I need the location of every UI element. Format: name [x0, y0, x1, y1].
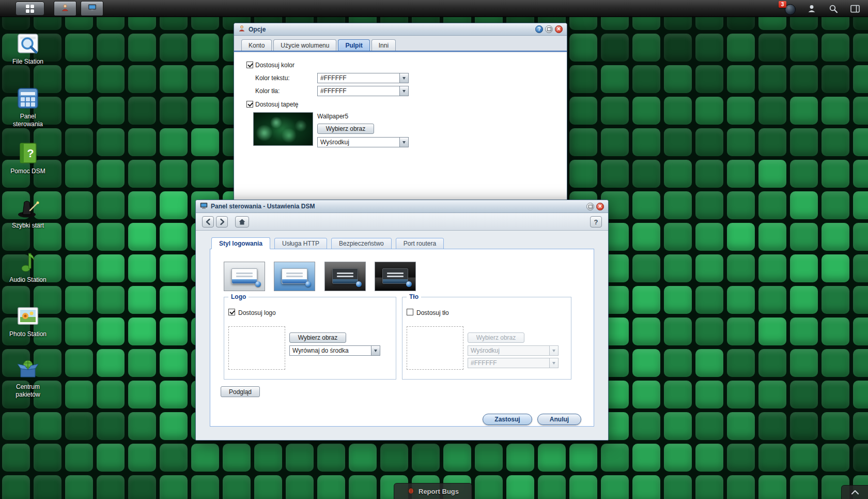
customize-wallpaper-label: Dostosuj tapetę [255, 99, 298, 110]
wallpaper-tile [727, 128, 755, 156]
wallpaper-tile [97, 475, 125, 499]
background-position-dropdown[interactable]: Wyśrodkuj [468, 345, 559, 356]
wallpaper-tile [664, 349, 692, 377]
select-background-image-button[interactable]: Wybierz obraz [468, 332, 524, 343]
tab-styl-logowania[interactable]: Styl logowania [211, 237, 270, 249]
desktop-icon-dsm-help[interactable]: ? Pomoc DSM [4, 141, 52, 175]
window-minimize-button[interactable] [586, 203, 594, 210]
desktop-icon-audio-station[interactable]: Audio Station [4, 249, 52, 284]
wallpaper-tile [506, 444, 534, 472]
user-menu-button[interactable] [805, 2, 818, 16]
login-style-option-4[interactable] [375, 262, 416, 291]
customize-background-checkbox[interactable] [407, 309, 413, 315]
tab-usluga-http[interactable]: Usługa HTTP [274, 238, 327, 249]
desktop-icon-control-panel[interactable]: Panel sterowania [4, 86, 52, 128]
preview-button[interactable]: Podgląd [221, 386, 260, 397]
login-style-option-1[interactable] [224, 262, 265, 291]
control-panel-window: Panel sterowania - Ustawienia DSM Styl l… [195, 200, 609, 441]
wallpaper-tile [601, 444, 629, 472]
tray-collapse-button[interactable] [841, 485, 868, 499]
wallpaper-tile [758, 97, 786, 125]
customize-wallpaper-checkbox[interactable] [246, 101, 253, 108]
options-window-titlebar[interactable]: Opcje [234, 23, 567, 36]
login-style-option-3[interactable] [324, 262, 366, 291]
wallpaper-tile [664, 381, 692, 409]
back-button[interactable] [202, 216, 214, 228]
window-close-button[interactable] [555, 25, 563, 33]
widgets-button[interactable] [848, 2, 862, 16]
wallpaper-tile [601, 34, 629, 62]
wallpaper-tile [853, 317, 868, 345]
wallpaper-tile [223, 444, 251, 472]
wallpaper-tile [790, 381, 818, 409]
taskbar-app-options-button[interactable] [54, 1, 76, 16]
window-close-button[interactable] [596, 203, 604, 210]
login-dialog-preview [382, 268, 408, 284]
wallpaper-position-dropdown[interactable]: Wyśrodkuj [317, 137, 409, 147]
text-color-dropdown[interactable]: #FFFFFF [317, 73, 409, 83]
cancel-button[interactable]: Anuluj [537, 414, 581, 425]
desktop-icon-file-station[interactable]: File Station [4, 31, 52, 66]
tab-pulpit[interactable]: Pulpit [338, 39, 369, 51]
home-button[interactable] [235, 216, 249, 228]
wallpaper-tile [727, 349, 755, 377]
wallpaper-tile [191, 128, 219, 156]
wallpaper-tile [254, 475, 282, 499]
wallpaper-tile [128, 381, 156, 409]
background-color-dropdown[interactable]: #FFFFFF [317, 86, 409, 96]
toolbar-help-button[interactable] [590, 216, 602, 228]
wallpaper-tile [191, 475, 219, 499]
wallpaper-tile [160, 191, 188, 219]
control-panel-titlebar[interactable]: Panel sterowania - Ustawienia DSM [196, 200, 608, 213]
wallpaper-tile [160, 286, 188, 314]
wallpaper-tile [97, 65, 125, 93]
wallpaper-tile [853, 97, 868, 125]
wallpaper-tile [65, 317, 93, 345]
wallpaper-tile [34, 444, 61, 472]
customize-color-checkbox[interactable] [246, 62, 253, 68]
wallpaper-tile [790, 349, 818, 377]
search-button[interactable] [827, 2, 840, 16]
logo-groupbox: Logo Dostosuj logo Wybierz obraz Wyrówna… [224, 297, 396, 380]
wallpaper-tile [286, 444, 314, 472]
wallpaper-tile [822, 412, 849, 440]
desktop-icon-quick-start[interactable]: Szybki start [4, 195, 52, 230]
customize-logo-checkbox[interactable] [228, 309, 235, 315]
wallpaper-tile [790, 223, 818, 251]
apply-button[interactable]: Zastosuj [483, 414, 532, 425]
taskbar-app-control-panel-button[interactable] [81, 1, 103, 16]
login-style-option-2[interactable] [274, 262, 315, 291]
tab-uzycie-wolumenu[interactable]: Użycie wolumenu [273, 39, 336, 51]
wallpaper-tile [822, 223, 849, 251]
wallpaper-tile [128, 349, 156, 377]
desktop-icon-label: Centrum pakietów [4, 383, 52, 399]
tab-bezpieczenstwo[interactable]: Bezpieczeństwo [331, 238, 392, 249]
wallpaper-tile [128, 444, 156, 472]
main-menu-button[interactable] [16, 2, 44, 16]
tab-inni[interactable]: Inni [371, 39, 396, 51]
wallpaper-tile [412, 444, 440, 472]
wallpaper-tile [632, 254, 660, 282]
wallpaper-tile [695, 475, 723, 499]
wallpaper-tile [790, 160, 818, 188]
logo-align-dropdown[interactable]: Wyrównaj do środka [289, 345, 380, 356]
wallpaper-tile [443, 444, 471, 472]
background-color-dropdown[interactable]: #FFFFFF [468, 358, 559, 368]
tab-konto[interactable]: Konto [241, 39, 272, 51]
desktop-icon-photo-station[interactable]: Photo Station [4, 304, 52, 338]
dropdown-arrow-icon [399, 138, 408, 147]
window-help-button[interactable] [535, 25, 543, 33]
tab-port-routera[interactable]: Port routera [396, 238, 444, 249]
select-wallpaper-button[interactable]: Wybierz obraz [317, 124, 374, 134]
report-bugs-button[interactable]: Report Bugs [394, 483, 472, 499]
wallpaper-tile [727, 223, 755, 251]
wallpaper-tile [317, 444, 345, 472]
notifications-button[interactable]: 3 [783, 2, 797, 16]
select-logo-image-button[interactable]: Wybierz obraz [289, 332, 346, 343]
forward-button[interactable] [216, 216, 228, 228]
wallpaper-tile [695, 317, 723, 345]
wallpaper-tile [664, 286, 692, 314]
window-minimize-button[interactable] [545, 25, 553, 33]
wallpaper-tile [727, 65, 755, 93]
desktop-icon-package-center[interactable]: Centrum pakietów [4, 356, 52, 399]
